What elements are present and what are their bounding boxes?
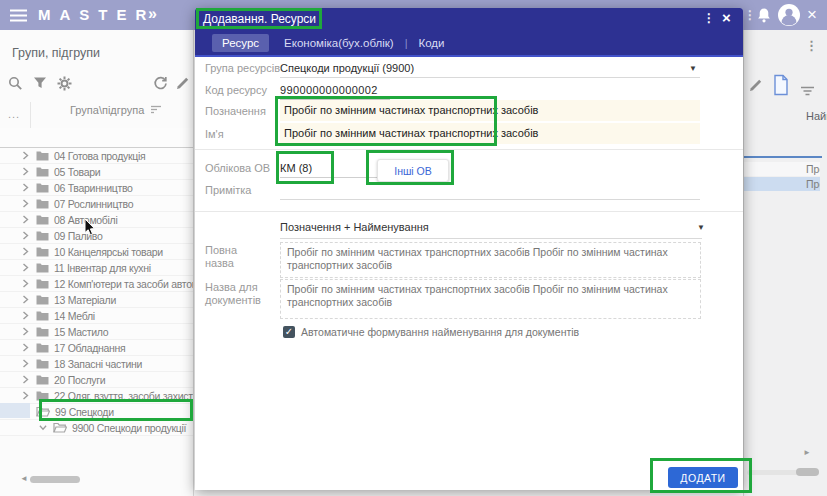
chevron-icon[interactable]: [22, 327, 30, 336]
tab-economy[interactable]: Економіка(бух.облік): [284, 37, 394, 49]
name-input[interactable]: Пробіг по змінним частинах транспортних …: [280, 123, 700, 144]
naming-mode-select[interactable]: Позначення + Найменування: [280, 221, 429, 233]
tree-item-label: 07 Рослинництво: [54, 198, 133, 210]
tree-row[interactable]: 04 Готова продукція: [0, 148, 193, 164]
chevron-icon[interactable]: [22, 311, 30, 320]
add-button[interactable]: ДОДАТИ: [668, 467, 738, 488]
auto-naming-checkbox[interactable]: ✓: [283, 326, 295, 338]
dialog-title: Додавання. Ресурси: [203, 12, 316, 26]
dialog-kebab-icon[interactable]: ⋮: [703, 11, 715, 25]
chevron-icon[interactable]: [22, 199, 30, 208]
doc-name-label: Назва для документів: [205, 281, 273, 307]
tree-row[interactable]: 11 Інвентар для кухні: [0, 260, 193, 276]
chevron-icon[interactable]: [22, 391, 30, 400]
doc-name-textarea[interactable]: Пробіг по змінним частинах транспортних …: [280, 279, 701, 319]
tree-row[interactable]: 06 Тваринництво: [0, 180, 193, 196]
resource-row[interactable]: Проб: [744, 177, 820, 191]
resource-row[interactable]: Проб: [744, 162, 820, 176]
chevron-down-icon[interactable]: ▼: [697, 223, 705, 232]
chevron-icon[interactable]: [22, 247, 30, 256]
folder-icon: [36, 342, 49, 353]
groups-panel-title: Групи, підгрупи: [12, 46, 100, 60]
tree-row[interactable]: 9900 Спецкоди продукції: [0, 420, 193, 436]
horizontal-scrollbar-thumb[interactable]: [30, 476, 80, 483]
group-tree: 04 Готова продукція 05 Товари 06 Тваринн…: [0, 148, 193, 436]
other-ov-button[interactable]: Інші ОВ: [377, 159, 449, 182]
dialog-close-icon[interactable]: ×: [722, 9, 731, 26]
tree-item-label: 22 Одяг, взуття, засоби захисту: [54, 390, 193, 402]
tree-row[interactable]: 07 Рослинництво: [0, 196, 193, 212]
filter-row[interactable]: [0, 128, 193, 148]
tab-codes[interactable]: Коди: [419, 37, 445, 49]
chevron-icon[interactable]: [22, 151, 30, 160]
chevron-icon[interactable]: [39, 424, 47, 431]
tree-row[interactable]: 22 Одяг, взуття, засоби захисту: [0, 388, 193, 404]
tree-item-label: 20 Послуги: [54, 374, 105, 386]
topbar-kebab-icon[interactable]: ⋮: [744, 7, 756, 23]
chevron-down-icon[interactable]: ▼: [689, 64, 697, 73]
panel-kebab-icon[interactable]: ⋮: [805, 38, 818, 53]
tab-resource[interactable]: Ресурс: [212, 34, 269, 52]
user-avatar[interactable]: [778, 4, 800, 30]
tree-row[interactable]: 20 Послуги: [0, 372, 193, 388]
folder-icon: [36, 294, 49, 305]
designation-label: Позначення: [205, 105, 266, 118]
group-select[interactable]: Спецкоди продукції (9900): [280, 62, 414, 74]
folder-icon: [53, 422, 67, 433]
full-name-textarea[interactable]: Пробіг по змінним частинах транспортних …: [280, 242, 701, 278]
chevron-icon[interactable]: [22, 263, 30, 272]
tree-row[interactable]: 12 Комп'ютери та засоби автомат: [0, 276, 193, 292]
new-document-icon[interactable]: [772, 74, 790, 100]
edit-pencil-icon[interactable]: [176, 76, 190, 94]
chevron-icon[interactable]: [22, 231, 30, 240]
tree-row[interactable]: 13 Матеріали: [0, 292, 193, 308]
chevron-icon[interactable]: [22, 215, 30, 224]
hamburger-menu-icon[interactable]: [10, 8, 27, 26]
notifications-bell-icon[interactable]: [756, 7, 772, 28]
designation-input[interactable]: Пробіг по змінним частинах транспортних …: [280, 100, 700, 121]
note-label: Примітка: [205, 184, 251, 197]
chevron-icon[interactable]: [22, 295, 30, 304]
chevron-icon[interactable]: [22, 167, 30, 176]
tree-row[interactable]: 08 Автомобілі: [0, 212, 193, 228]
folder-icon: [36, 406, 50, 417]
edit-pencil-icon[interactable]: [749, 78, 763, 96]
column-header-name[interactable]: Найм: [806, 110, 827, 122]
gear-icon[interactable]: [57, 76, 72, 95]
code-input[interactable]: 990000000000002: [280, 84, 378, 96]
column-header-group[interactable]: Група\підгрупа: [70, 104, 162, 116]
add-resource-dialog: Додавання. Ресурси ⋮ × Ресурс Економіка(…: [195, 8, 743, 490]
sort-filter-icon[interactable]: [801, 82, 814, 100]
chevron-icon[interactable]: [22, 359, 30, 368]
topbar-close-icon[interactable]: ×: [807, 4, 817, 26]
ov-input[interactable]: КМ (8): [280, 162, 312, 174]
tree-row[interactable]: 15 Мастило: [0, 324, 193, 340]
dialog-body: Група ресурсів Спецкоди продукції (9900)…: [195, 57, 743, 490]
tree-row[interactable]: 09 Паливо: [0, 228, 193, 244]
tree-item-label: 11 Інвентар для кухні: [54, 262, 151, 274]
tree-item-label: 12 Комп'ютери та засоби автомат: [54, 278, 193, 290]
filter-funnel-icon[interactable]: [33, 76, 47, 94]
chevron-icon[interactable]: [22, 279, 30, 288]
folder-icon: [36, 358, 49, 369]
search-icon[interactable]: [8, 76, 23, 95]
tree-row[interactable]: 14 Меблі: [0, 308, 193, 324]
chevron-icon[interactable]: [22, 343, 30, 352]
refresh-icon[interactable]: [153, 76, 168, 95]
auto-naming-label: Автоматичне формування найменування для …: [301, 326, 579, 338]
logo-chevrons: »: [148, 5, 157, 23]
tree-row[interactable]: 05 Товари: [0, 164, 193, 180]
tree-row[interactable]: 17 Обладнання: [0, 340, 193, 356]
selected-row-gutter: [0, 403, 30, 418]
sort-icon[interactable]: [151, 104, 162, 116]
horizontal-scrollbar-thumb[interactable]: [796, 468, 819, 476]
chevron-icon[interactable]: [22, 375, 30, 384]
tree-item-label: 05 Товари: [54, 166, 100, 178]
tree-row[interactable]: 10 Канцелярські товари: [0, 244, 193, 260]
scroll-right-arrow-icon[interactable]: ►: [803, 448, 811, 457]
tree-row[interactable]: 18 Запасні частини: [0, 356, 193, 372]
chevron-icon[interactable]: [22, 183, 30, 192]
tree-item-label: 08 Автомобілі: [54, 214, 117, 226]
scroll-left-arrow-icon[interactable]: ◄: [20, 474, 28, 484]
tab-separator: |: [405, 37, 408, 49]
